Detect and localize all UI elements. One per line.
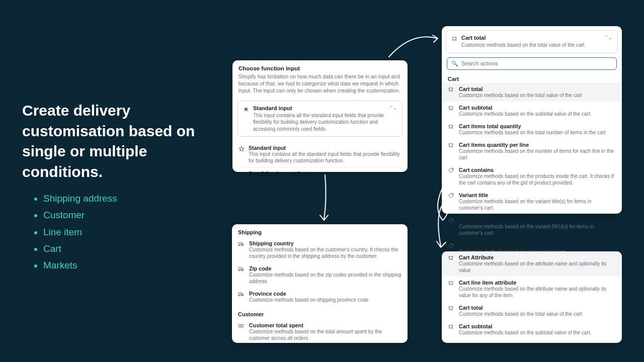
action-item[interactable]: Cart items total quantityCustomize metho… [442, 120, 622, 139]
item-title: Cart line item attribute [459, 280, 616, 286]
chevron-icon: ⌃⌄ [389, 105, 397, 111]
cart-icon [448, 255, 455, 261]
item-title: Cart Attribute [459, 254, 616, 260]
svg-point-6 [242, 245, 243, 246]
action-item[interactable]: Customer total spentCustomize methods ba… [232, 319, 408, 343]
item-desc: Customize methods based on the attribute… [459, 286, 616, 299]
item-title: Cart items total quantity [459, 342, 606, 343]
item-title: Cart items quantity per line [459, 142, 616, 148]
star-icon [238, 146, 245, 152]
action-item[interactable]: Province codeCustomize methods based on … [232, 288, 408, 306]
action-item[interactable]: Shipping countryCustomize methods based … [232, 237, 408, 262]
star-icon [243, 106, 249, 112]
item-title: Cart contains [459, 167, 616, 173]
bullet-item: Customer [43, 207, 117, 223]
search-icon: 🔍 [451, 60, 458, 67]
cart-icon [448, 280, 455, 286]
item-desc: Customize methods based on the products … [459, 173, 616, 186]
action-item[interactable]: Cart line item attributeCustomize method… [442, 277, 622, 302]
panel-shipping-customer: ShippingShipping countryCustomize method… [232, 224, 408, 343]
option-desc: This input contains all the standard inp… [249, 151, 401, 164]
option-cart-line-attributes[interactable]: Cart & line item attributesThis line ite… [237, 167, 403, 172]
section-header: Shipping [232, 224, 408, 237]
item-title: Province code [249, 291, 368, 297]
action-item[interactable]: Cart items total quantityCustomize metho… [442, 339, 622, 343]
cart-icon [448, 105, 455, 111]
action-item[interactable]: Cart items quantity per lineCustomize me… [442, 139, 622, 164]
header-title: Cart total [461, 35, 600, 41]
cash-icon [238, 323, 245, 329]
action-item[interactable]: Cart AttributeCustomize methods based on… [442, 251, 622, 277]
note-icon [238, 171, 245, 172]
selected-desc: This input contains all the standard inp… [253, 112, 385, 133]
action-item[interactable]: Cart subtotalCustomize methods based on … [442, 320, 622, 339]
arrow-icon [315, 174, 335, 223]
svg-point-12 [240, 325, 242, 326]
bullet-item: Cart [43, 240, 117, 257]
selected-title: Standard input [253, 105, 385, 111]
item-desc: Customize methods based on the total num… [459, 129, 606, 136]
item-title: Zip code [249, 265, 401, 272]
bullet-item: Line item [43, 224, 117, 240]
svg-point-5 [239, 245, 240, 246]
action-item[interactable]: Zip codeCustomize methods based on the z… [232, 262, 408, 288]
bullet-item: Markets [43, 257, 117, 274]
truck-icon [238, 241, 245, 247]
item-desc: Customize methods based on the zip codes… [249, 272, 401, 285]
item-desc: Customize methods based on the attribute… [459, 260, 616, 274]
action-item[interactable]: Cart totalCustomize methods based on the… [442, 302, 622, 320]
item-desc: Customize methods based on the total val… [459, 92, 582, 99]
action-item[interactable]: Cart totalCustomize methods based on the… [442, 83, 622, 102]
panel-cart-actions: Cart totalCustomize methods based on the… [442, 26, 622, 214]
item-title: Cart total [459, 86, 582, 92]
option-standard-input[interactable]: Standard inputThis input contains all th… [237, 142, 403, 167]
header-desc: Customize methods based on the total val… [461, 42, 600, 49]
cart-icon [448, 124, 455, 130]
cart-icon [448, 324, 455, 330]
truck-icon [238, 266, 245, 272]
svg-point-8 [242, 270, 243, 271]
group-cart: Cart [442, 74, 622, 83]
item-desc: Customize methods based on the customer'… [249, 246, 401, 259]
cart-icon [451, 36, 457, 42]
item-title: Cart subtotal [459, 323, 592, 329]
action-item[interactable]: Cart containsCustomize methods based on … [442, 164, 622, 189]
item-desc: Customize methods based on the total amo… [249, 328, 401, 341]
item-title: Variant SKU [459, 217, 616, 223]
svg-point-7 [239, 270, 240, 271]
cart-icon [448, 342, 455, 343]
search-actions[interactable]: 🔍 [447, 57, 617, 70]
panel-title: Choose function input [238, 65, 401, 71]
headline: Create delivery customisation based on s… [22, 101, 206, 182]
svg-point-1 [451, 169, 452, 170]
function-input-select[interactable]: Standard input This input contains all t… [237, 101, 403, 137]
cart-header-select[interactable]: Cart totalCustomize methods based on the… [446, 30, 618, 53]
item-title: Tags of product in cart [459, 242, 566, 248]
section-header: Customer [232, 306, 408, 319]
item-title: Customer total spent [249, 322, 401, 328]
arrow-icon [386, 29, 442, 59]
item-title: Shipping country [249, 240, 401, 246]
item-desc: Customize methods based on the variant t… [459, 198, 616, 211]
action-list: Cart totalCustomize methods based on the… [442, 83, 622, 258]
chevron-icon: ⌃⌄ [604, 35, 612, 40]
search-input[interactable] [461, 60, 612, 66]
svg-point-9 [239, 295, 240, 296]
svg-point-10 [242, 295, 243, 296]
cart-icon [448, 305, 455, 311]
truck-icon [238, 291, 245, 297]
item-desc: Customize methods based on shipping prov… [249, 297, 368, 303]
item-title: Cart items total quantity [459, 123, 606, 129]
item-title: Variant title [459, 192, 616, 198]
cart-icon [448, 142, 455, 148]
item-desc: Customize methods based on the variant S… [459, 223, 616, 236]
item-title: Cart total [459, 305, 582, 311]
tag-icon [448, 167, 455, 173]
item-desc: Customize methods based on the subtotal … [459, 111, 592, 117]
action-item[interactable]: Variant SKUCustomize methods based on th… [442, 214, 622, 239]
item-title: Cart subtotal [459, 105, 592, 111]
bullet-list: Shipping address Customer Line item Cart… [34, 190, 117, 274]
action-item[interactable]: Cart subtotalCustomize methods based on … [442, 102, 622, 120]
panel-desc: Shopify has limitation on how much data … [238, 73, 401, 95]
action-item[interactable]: Variant titleCustomize methods based on … [442, 189, 622, 214]
